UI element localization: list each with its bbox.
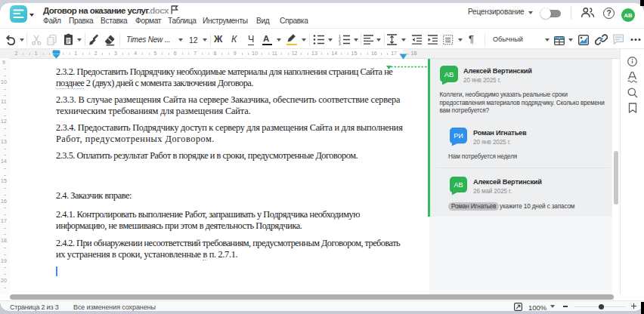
svg-text:АВ: АВ — [454, 181, 463, 189]
svg-text:РИ: РИ — [454, 132, 463, 140]
svg-text:3: 3 — [339, 42, 341, 46]
svg-text:АВ: АВ — [444, 70, 454, 78]
